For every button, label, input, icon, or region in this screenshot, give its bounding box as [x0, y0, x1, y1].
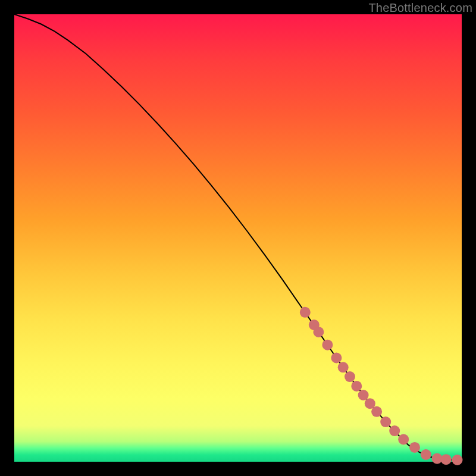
- chart-overlay: [14, 14, 462, 462]
- data-point: [338, 362, 349, 372]
- data-point: [389, 425, 400, 436]
- data-point: [345, 371, 355, 382]
- data-point: [371, 406, 382, 417]
- bottleneck-curve: [14, 14, 462, 460]
- data-point: [380, 416, 391, 427]
- data-point: [358, 390, 369, 400]
- data-point: [398, 434, 409, 444]
- data-point: [331, 353, 342, 364]
- data-point: [322, 340, 333, 350]
- watermark-text: TheBottleneck.com: [368, 1, 472, 15]
- data-point: [452, 455, 463, 465]
- data-point: [313, 327, 324, 337]
- data-point: [409, 442, 420, 453]
- data-point: [441, 454, 452, 465]
- data-point: [351, 381, 362, 392]
- data-point: [300, 307, 311, 318]
- data-point: [421, 449, 431, 460]
- data-point-markers: [300, 307, 463, 465]
